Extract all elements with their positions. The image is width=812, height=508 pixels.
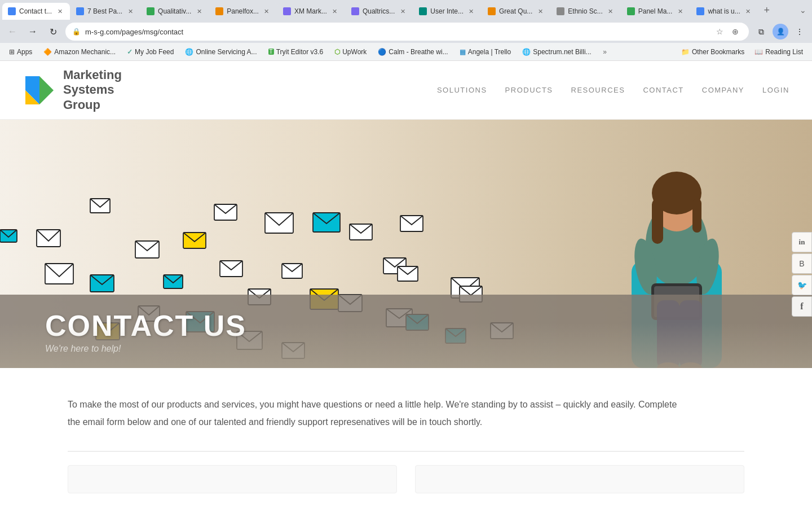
tab-close-btn[interactable]: ✕ (606, 7, 615, 16)
nav-resources[interactable]: RESOURCES (571, 86, 625, 94)
tab-close-btn[interactable]: ✕ (744, 7, 753, 16)
svg-rect-13 (282, 343, 304, 358)
nav-solutions[interactable]: SOLUTIONS (437, 86, 487, 94)
bookmark-label: Calm - Breathe wi... (389, 48, 448, 56)
bookmark-upwork[interactable]: ⬡ UpWork (330, 46, 371, 58)
svg-rect-38 (652, 199, 663, 244)
bookmark-onlineservicing[interactable]: 🌐 Online Servicing A... (180, 46, 261, 58)
minimize-button[interactable]: ⌄ (796, 3, 810, 17)
bookmark-calm[interactable]: 🔵 Calm - Breathe wi... (373, 46, 452, 58)
tab-6[interactable]: Qualtrics... ✕ (346, 3, 413, 20)
svg-rect-12 (265, 213, 293, 233)
nav-login[interactable]: LOGIN (762, 86, 789, 94)
tab-favicon (419, 7, 427, 15)
reading-list-button[interactable]: 📖 Reading List (750, 46, 807, 58)
trello-icon: ▦ (460, 48, 466, 56)
twitter-button[interactable]: 🐦 (792, 275, 812, 295)
form-col-right (415, 465, 744, 493)
tab-close-btn[interactable]: ✕ (262, 7, 271, 16)
extension-icon[interactable]: ⊕ (729, 25, 742, 38)
tab-favicon (283, 7, 291, 15)
tab-favicon (627, 7, 635, 15)
new-tab-button[interactable]: + (759, 2, 775, 18)
nav-company[interactable]: COMPANY (702, 86, 744, 94)
logo-icon (23, 73, 56, 107)
blogger-button[interactable]: B (792, 253, 812, 274)
body-content: To make the most of our products and ser… (0, 368, 812, 508)
tab-9[interactable]: Ethnio Sc... ✕ (551, 3, 620, 20)
bookmark-label: Online Servicing A... (196, 48, 257, 56)
forward-button[interactable]: → (25, 24, 41, 40)
tab-favicon (8, 7, 16, 15)
reading-list-icon: 📖 (754, 48, 763, 56)
tab-10[interactable]: Panel Ma... ✕ (621, 3, 691, 20)
tab-contact[interactable]: Contact t... ✕ (2, 3, 70, 20)
contact-us-subtitle: We're here to help! (45, 344, 767, 354)
nav-contact[interactable]: CONTACT (643, 86, 683, 94)
tab-close-btn[interactable]: ✕ (55, 7, 64, 16)
bookmark-tryit[interactable]: T Tryit Editor v3.6 (264, 46, 328, 58)
profile-icon[interactable]: 👤 (773, 24, 788, 40)
svg-point-46 (657, 362, 679, 368)
contact-us-title: CONTACT US (45, 309, 767, 343)
form-row (68, 465, 744, 493)
back-button[interactable]: ← (5, 24, 20, 40)
bookmark-myjobfeed[interactable]: ✓ My Job Feed (122, 46, 178, 58)
tab-title: User Inte... (430, 7, 464, 15)
tab-title: Great Qu... (499, 7, 532, 15)
hero-section: CONTACT US We're here to help! (0, 120, 812, 368)
tab-close-btn[interactable]: ✕ (467, 7, 476, 16)
folder-icon: 📁 (681, 48, 690, 56)
tab-4[interactable]: Panelfox... ✕ (210, 3, 277, 20)
more-options-button[interactable]: ⋮ (792, 24, 807, 40)
tab-bar: Contact t... ✕ 7 Best Pa... ✕ Qualitativ… (0, 0, 812, 20)
star-icon[interactable]: ☆ (713, 25, 726, 38)
site-logo[interactable]: Marketing Systems Group (23, 68, 122, 112)
svg-point-47 (679, 362, 702, 368)
svg-rect-32 (96, 323, 120, 340)
tab-5[interactable]: XM Mark... ✕ (277, 3, 345, 20)
address-text: m-s-g.com/pages/msg/contact (85, 28, 708, 36)
tab-8[interactable]: Great Qu... ✕ (482, 3, 550, 20)
tab-close-btn[interactable]: ✕ (398, 7, 407, 16)
nav-products[interactable]: PRODUCTS (505, 86, 553, 94)
calm-icon: 🔵 (378, 48, 386, 56)
svg-rect-23 (491, 323, 513, 339)
bookmark-spectrum[interactable]: 🌐 Spectrum.net Billi... (518, 46, 595, 58)
bookmarks-right-section: 📁 Other Bookmarks 📖 Reading List (677, 46, 807, 58)
tab-1[interactable]: 7 Best Pa... ✕ (70, 3, 140, 20)
bookmark-trello[interactable]: ▦ Angela | Trello (455, 46, 516, 58)
facebook-button[interactable]: f (792, 296, 812, 317)
tab-favicon (696, 7, 704, 15)
tab-close-btn[interactable]: ✕ (676, 7, 685, 16)
tab-title: Contact t... (19, 7, 52, 15)
bookmark-other[interactable]: 📁 Other Bookmarks (677, 46, 749, 58)
tab-title: 7 Best Pa... (87, 7, 122, 15)
bookmark-amazon[interactable]: 🔶 Amazon Mechanic... (39, 46, 120, 58)
tab-close-btn[interactable]: ✕ (126, 7, 135, 16)
tab-favicon (488, 7, 496, 15)
tab-favicon (147, 7, 155, 15)
bookmark-apps[interactable]: ⊞ Apps (5, 46, 37, 58)
woman-figure (598, 120, 756, 368)
linkedin-button[interactable]: in (792, 232, 812, 252)
extensions-button[interactable]: ⧉ (753, 24, 769, 40)
tab-11[interactable]: what is u... ✕ (691, 3, 758, 20)
svg-rect-30 (445, 329, 466, 343)
bookmarks-overflow-button[interactable]: » (598, 45, 612, 59)
tab-2[interactable]: Qualitativ... ✕ (141, 3, 209, 20)
tab-favicon (76, 7, 84, 15)
tab-close-btn[interactable]: ✕ (195, 7, 204, 16)
upwork-icon: ⬡ (334, 48, 340, 56)
svg-rect-4 (45, 264, 73, 284)
site-nav-links: SOLUTIONS PRODUCTS RESOURCES CONTACT COM… (437, 86, 789, 94)
address-bar[interactable]: 🔒 m-s-g.com/pages/msg/contact ☆ ⊕ (65, 23, 749, 41)
tab-7[interactable]: User Inte... ✕ (413, 3, 482, 20)
site-navigation: Marketing Systems Group SOLUTIONS PRODUC… (0, 61, 812, 120)
tab-title: Qualitativ... (158, 7, 191, 15)
tab-close-btn[interactable]: ✕ (536, 7, 545, 16)
tab-title: XM Mark... (294, 7, 327, 15)
tab-close-btn[interactable]: ✕ (330, 7, 339, 16)
reload-button[interactable]: ↻ (45, 24, 61, 40)
tab-title: what is u... (708, 7, 740, 15)
